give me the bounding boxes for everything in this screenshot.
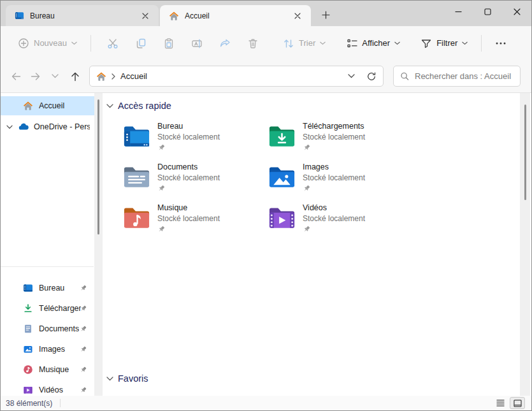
close-button[interactable] (502, 1, 531, 22)
sidebar-item-images[interactable]: Images (1, 339, 94, 359)
tile-musique[interactable]: Musique Stocké localement (122, 203, 261, 233)
tile-bureau[interactable]: Bureau Stocké localement (122, 121, 261, 151)
filter-button[interactable]: Filtrer (415, 32, 473, 54)
cut-button[interactable] (99, 31, 127, 55)
sidebar-item-label: Musique (39, 365, 69, 374)
close-icon (514, 8, 521, 15)
toolbar-divider (481, 35, 482, 52)
tile-title: Images (303, 162, 365, 171)
sidebar-item-onedrive[interactable]: OneDrive - Pers (1, 117, 94, 136)
new-button[interactable]: Nouveau (12, 32, 83, 54)
close-tab-icon[interactable] (291, 9, 305, 23)
download-icon (23, 303, 33, 314)
address-bar-actions (348, 71, 377, 82)
forward-button[interactable] (25, 66, 45, 86)
chevron-down-icon[interactable] (348, 74, 355, 78)
new-tab-button[interactable] (316, 5, 335, 24)
chevron-right-icon (111, 73, 115, 80)
rename-button[interactable] (183, 31, 211, 55)
filter-funnel-icon (421, 38, 432, 49)
up-button[interactable] (65, 66, 85, 86)
tile-text: Bureau Stocké localement (157, 121, 220, 151)
tile-text: Vidéos Stocké localement (303, 203, 365, 233)
tile-telechargements[interactable]: Téléchargements Stocké localement (267, 121, 406, 151)
sidebar-item-musique[interactable]: Musique (1, 359, 94, 380)
pin-icon (80, 305, 87, 312)
sidebar-item-label: Téléchargem (39, 304, 81, 313)
search-box[interactable] (393, 66, 521, 87)
bureau-folder-icon (122, 121, 152, 151)
copy-icon (135, 38, 147, 49)
video-icon (23, 385, 33, 395)
tab-accueil[interactable]: Accueil (160, 5, 311, 26)
close-tab-icon[interactable] (138, 9, 152, 23)
pin-icon (157, 143, 220, 152)
recent-locations-button[interactable] (45, 66, 65, 86)
sidebar-separator (1, 266, 94, 267)
content-scrollbar[interactable] (520, 93, 530, 396)
navigation-bar: Accueil (1, 60, 531, 93)
maximize-button[interactable] (473, 1, 502, 22)
trash-icon (247, 38, 259, 49)
view-toggles (492, 397, 525, 409)
clipboard-icon (163, 38, 175, 49)
ellipsis-icon (496, 42, 506, 45)
tile-documents[interactable]: Documents Stocké localement (122, 162, 261, 192)
sidebar-item-label: Bureau (39, 284, 64, 292)
large-icons-view-button[interactable] (510, 397, 525, 409)
status-bar: 38 élément(s) (1, 396, 531, 410)
sidebar-item-label: Accueil (39, 101, 64, 110)
chevron-down-icon[interactable] (106, 104, 113, 108)
chevron-down-icon[interactable] (6, 125, 13, 129)
copy-button[interactable] (127, 31, 155, 55)
chevron-down-icon[interactable] (106, 377, 113, 381)
share-button[interactable] (211, 31, 239, 55)
filter-button-label: Filtrer (436, 38, 457, 48)
pin-icon (80, 284, 87, 292)
pin-icon (303, 143, 365, 152)
section-title: Accès rapide (118, 101, 171, 111)
delete-button[interactable] (239, 31, 267, 55)
images-folder-icon (267, 162, 297, 192)
paste-button[interactable] (155, 31, 183, 55)
more-options-button[interactable] (489, 31, 512, 55)
details-view-button[interactable] (492, 397, 508, 409)
tile-status: Stocké localement (157, 214, 220, 223)
quick-access-grid: Bureau Stocké localement (122, 121, 412, 233)
arrow-left-icon (10, 71, 22, 82)
file-explorer-window: Bureau Accueil (0, 0, 532, 411)
tile-videos[interactable]: Vidéos Stocké localement (267, 203, 406, 233)
search-input[interactable] (415, 71, 514, 81)
refresh-icon[interactable] (366, 71, 377, 82)
tile-text: Images Stocké localement (303, 162, 365, 192)
section-favorites: Favoris (106, 373, 148, 384)
minimize-button[interactable] (443, 1, 473, 22)
sidebar-item-telechargements[interactable]: Téléchargem (1, 298, 94, 319)
document-icon (23, 324, 33, 334)
sidebar-item-accueil[interactable]: Accueil (1, 96, 94, 115)
view-list-icon (346, 38, 357, 49)
back-button[interactable] (6, 66, 25, 86)
sidebar-item-documents[interactable]: Documents (1, 319, 94, 339)
content-scrollbar-thumb[interactable] (524, 105, 526, 200)
tile-text: Téléchargements Stocké localement (303, 121, 365, 151)
sort-button[interactable]: Trier (277, 32, 331, 54)
large-icons-view-icon (514, 400, 522, 407)
tile-title: Bureau (157, 122, 220, 131)
tab-bureau[interactable]: Bureau (6, 5, 159, 26)
view-button[interactable]: Afficher (340, 32, 406, 54)
window-controls (443, 1, 531, 22)
tab-strip: Bureau Accueil (1, 1, 335, 26)
tile-text: Documents Stocké localement (157, 162, 220, 192)
tab-label: Accueil (185, 11, 291, 20)
section-title: Favoris (118, 373, 148, 384)
view-button-label: Afficher (362, 38, 390, 48)
picture-icon (23, 344, 33, 354)
sidebar-scrollbar-thumb[interactable] (97, 99, 99, 234)
sidebar-scrollbar[interactable] (94, 93, 103, 396)
address-bar[interactable]: Accueil (89, 66, 384, 87)
sidebar-item-bureau[interactable]: Bureau (1, 278, 94, 298)
pin-icon (80, 325, 87, 333)
tile-images[interactable]: Images Stocké localement (267, 162, 406, 192)
breadcrumb[interactable]: Accueil (120, 71, 147, 81)
